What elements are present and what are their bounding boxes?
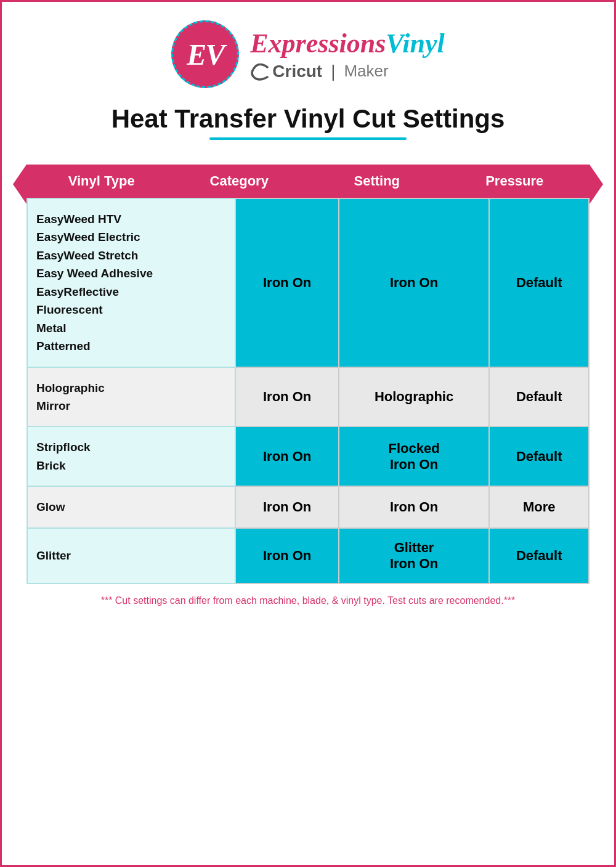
pressure-cell: Default xyxy=(489,528,589,584)
table-row: GlowIron OnIron OnMore xyxy=(27,486,589,527)
table-row: GlitterIron OnGlitter Iron OnDefault xyxy=(27,528,589,584)
pressure-cell: More xyxy=(489,486,589,527)
ev-logo-circle: EV xyxy=(171,20,239,88)
title-underline xyxy=(209,137,407,140)
logo-row: EV ExpressionsVinyl Cricut | Maker xyxy=(171,20,444,88)
pressure-cell: Default xyxy=(489,198,589,367)
category-cell: Iron On xyxy=(235,426,338,486)
vinyl-type-item: EasyReflective xyxy=(36,283,226,301)
banner-col-pressure: Pressure xyxy=(446,165,584,198)
vinyl-type-item: Mirror xyxy=(36,397,226,415)
category-cell: Iron On xyxy=(235,486,338,527)
vinyl-type-item: Holographic xyxy=(36,379,226,397)
table-row: EasyWeed HTVEasyWeed ElectricEasyWeed St… xyxy=(27,198,589,367)
footnote: *** Cut settings can differ from each ma… xyxy=(26,595,590,606)
banner-col-category: Category xyxy=(171,165,309,198)
table-banner-wrapper: Vinyl Type Category Setting Pressure xyxy=(26,165,590,198)
cricut-c-icon xyxy=(250,63,271,81)
expressions-text: Expressions xyxy=(250,28,386,59)
ev-initials: EV xyxy=(187,38,224,71)
banner-col-vinyl-type: Vinyl Type xyxy=(33,165,171,198)
maker-text: Maker xyxy=(344,62,388,81)
banner-arrow-left xyxy=(13,165,26,204)
vinyl-type-item: EasyWeed HTV xyxy=(36,210,226,228)
data-table: EasyWeed HTVEasyWeed ElectricEasyWeed St… xyxy=(26,198,590,584)
setting-cell: Iron On xyxy=(339,198,490,367)
category-cell: Iron On xyxy=(235,528,338,584)
vinyl-type-item: Easy Weed Adhesive xyxy=(36,264,226,282)
vinyl-type-cell: StripflockBrick xyxy=(27,426,235,486)
vinyl-type-item: Glitter xyxy=(36,547,226,564)
table-banner: Vinyl Type Category Setting Pressure xyxy=(26,165,590,198)
vinyl-text: Vinyl xyxy=(386,28,444,59)
vinyl-type-item: Patterned xyxy=(36,337,226,355)
page-title: Heat Transfer Vinyl Cut Settings xyxy=(111,104,505,134)
setting-cell: Flocked Iron On xyxy=(339,426,490,486)
vinyl-type-item: Brick xyxy=(36,457,226,474)
vinyl-type-item: EasyWeed Electric xyxy=(36,228,226,246)
vinyl-type-cell: EasyWeed HTVEasyWeed ElectricEasyWeed St… xyxy=(27,198,235,367)
vinyl-type-item: Metal xyxy=(36,319,226,337)
pressure-cell: Default xyxy=(489,426,589,486)
cricut-maker-row: Cricut | Maker xyxy=(250,62,388,81)
header: EV ExpressionsVinyl Cricut | Maker xyxy=(26,20,590,153)
pipe-divider: | xyxy=(331,62,335,81)
setting-cell: Holographic xyxy=(339,367,490,427)
table-row: HolographicMirrorIron OnHolographicDefau… xyxy=(27,367,589,427)
vinyl-type-item: EasyWeed Stretch xyxy=(36,246,226,264)
table-row: StripflockBrickIron OnFlocked Iron OnDef… xyxy=(27,426,589,486)
category-cell: Iron On xyxy=(235,198,338,367)
table-section: Vinyl Type Category Setting Pressure Eas… xyxy=(26,165,590,606)
cricut-text: Cricut xyxy=(272,62,322,81)
cricut-logo-text: Cricut xyxy=(250,62,322,81)
page: EV ExpressionsVinyl Cricut | Maker xyxy=(0,0,616,867)
pressure-cell: Default xyxy=(489,367,589,427)
vinyl-type-item: Stripflock xyxy=(36,438,226,456)
setting-cell: Iron On xyxy=(339,486,490,527)
brand-name: ExpressionsVinyl Cricut | Maker xyxy=(250,28,444,81)
expressions-vinyl-text: ExpressionsVinyl xyxy=(250,28,444,59)
category-cell: Iron On xyxy=(235,367,338,427)
vinyl-type-cell: Glow xyxy=(27,486,235,527)
banner-arrow-right xyxy=(590,165,603,204)
vinyl-type-cell: HolographicMirror xyxy=(27,367,235,427)
vinyl-type-cell: Glitter xyxy=(27,528,235,584)
banner-col-setting: Setting xyxy=(308,165,446,198)
vinyl-type-item: Fluorescent xyxy=(36,301,226,319)
vinyl-type-item: Glow xyxy=(36,498,226,516)
setting-cell: Glitter Iron On xyxy=(339,528,490,584)
